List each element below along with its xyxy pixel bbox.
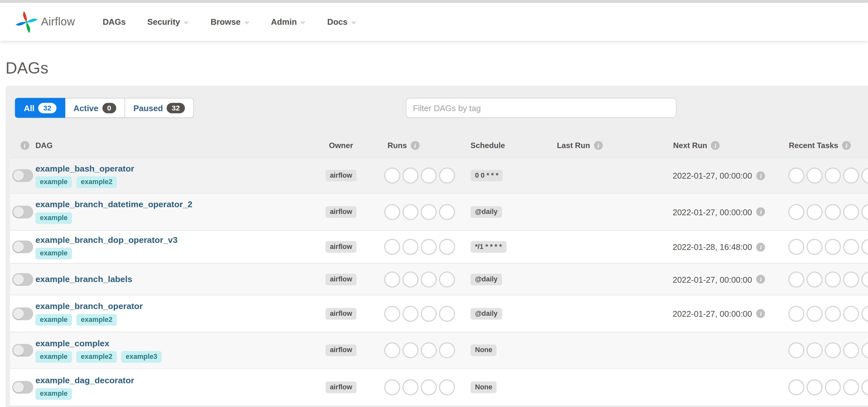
recent-task-status-circle[interactable]: [788, 305, 804, 321]
tag-badge[interactable]: example2: [76, 351, 117, 362]
tag-badge[interactable]: example: [35, 351, 72, 362]
dag-run-status-circle[interactable]: [439, 239, 455, 255]
dag-run-status-circle[interactable]: [439, 204, 455, 220]
recent-task-status-circle[interactable]: [861, 271, 868, 287]
recent-task-status-circle[interactable]: [843, 239, 859, 255]
dag-pause-toggle[interactable]: [12, 205, 33, 218]
column-header-label[interactable]: Recent Tasks: [789, 141, 838, 150]
recent-task-status-circle[interactable]: [843, 379, 859, 396]
schedule-badge[interactable]: @daily: [470, 273, 502, 285]
recent-task-status-circle[interactable]: [788, 239, 804, 255]
dag-run-status-circle[interactable]: [384, 204, 400, 220]
info-icon[interactable]: i: [756, 207, 766, 216]
recent-task-status-circle[interactable]: [825, 379, 841, 396]
recent-task-status-circle[interactable]: [843, 271, 859, 287]
owner-badge[interactable]: airflow: [326, 344, 356, 356]
dag-run-status-circle[interactable]: [439, 379, 455, 396]
recent-task-status-circle[interactable]: [825, 239, 841, 255]
dag-run-status-circle[interactable]: [421, 168, 437, 184]
info-icon[interactable]: i: [594, 141, 603, 150]
dag-run-status-circle[interactable]: [421, 239, 437, 255]
recent-task-status-circle[interactable]: [788, 342, 804, 358]
tag-badge[interactable]: example: [35, 176, 72, 188]
dag-run-status-circle[interactable]: [384, 168, 400, 184]
owner-badge[interactable]: airflow: [326, 382, 356, 393]
recent-task-status-circle[interactable]: [788, 168, 804, 184]
schedule-badge[interactable]: @daily: [470, 206, 502, 217]
dag-link[interactable]: example_branch_dop_operator_v3: [35, 235, 178, 245]
recent-task-status-circle[interactable]: [825, 168, 841, 184]
info-icon[interactable]: i: [756, 309, 766, 318]
recent-task-status-circle[interactable]: [861, 342, 868, 358]
tag-badge[interactable]: example2: [76, 314, 117, 326]
dag-run-status-circle[interactable]: [402, 204, 418, 220]
dag-link[interactable]: example_bash_operator: [35, 164, 134, 173]
recent-task-status-circle[interactable]: [788, 204, 804, 220]
info-icon[interactable]: i: [756, 242, 766, 251]
dag-run-status-circle[interactable]: [384, 271, 400, 287]
dag-run-status-circle[interactable]: [439, 342, 455, 358]
recent-task-status-circle[interactable]: [843, 168, 859, 184]
schedule-badge[interactable]: None: [470, 344, 497, 356]
info-icon[interactable]: i: [842, 141, 851, 150]
schedule-badge[interactable]: 0 0 * * *: [470, 170, 503, 181]
recent-task-status-circle[interactable]: [861, 168, 868, 184]
recent-task-status-circle[interactable]: [788, 271, 804, 287]
recent-task-status-circle[interactable]: [861, 305, 868, 321]
nav-item-browse[interactable]: Browse: [211, 17, 250, 26]
recent-task-status-circle[interactable]: [843, 342, 859, 358]
recent-task-status-circle[interactable]: [807, 239, 823, 255]
recent-task-status-circle[interactable]: [807, 342, 823, 358]
nav-item-docs[interactable]: Docs: [328, 17, 356, 26]
brand-home-link[interactable]: Airflow: [15, 9, 75, 35]
dag-run-status-circle[interactable]: [439, 271, 455, 287]
recent-task-status-circle[interactable]: [861, 204, 868, 220]
owner-badge[interactable]: airflow: [326, 206, 356, 217]
recent-task-status-circle[interactable]: [825, 342, 841, 358]
dag-link[interactable]: example_branch_labels: [35, 274, 132, 284]
tag-badge[interactable]: example3: [121, 351, 162, 362]
schedule-badge[interactable]: */1 * * * *: [470, 241, 506, 252]
dag-run-status-circle[interactable]: [439, 305, 455, 321]
recent-task-status-circle[interactable]: [825, 204, 841, 220]
tag-badge[interactable]: example: [35, 247, 72, 259]
recent-task-status-circle[interactable]: [807, 379, 823, 396]
dag-link[interactable]: example_complex: [35, 338, 110, 348]
info-icon[interactable]: i: [711, 141, 720, 150]
dag-run-status-circle[interactable]: [421, 305, 437, 321]
dag-run-status-circle[interactable]: [402, 239, 418, 255]
filter-tab-all[interactable]: All32: [15, 98, 65, 118]
nav-item-dags[interactable]: DAGs: [102, 17, 126, 26]
column-header-label[interactable]: Runs: [388, 141, 407, 150]
recent-task-status-circle[interactable]: [788, 379, 804, 396]
dag-run-status-circle[interactable]: [421, 204, 437, 220]
recent-task-status-circle[interactable]: [807, 168, 823, 184]
dag-pause-toggle[interactable]: [12, 307, 33, 320]
info-icon[interactable]: i: [756, 171, 766, 180]
dag-pause-toggle[interactable]: [12, 273, 33, 285]
dag-run-status-circle[interactable]: [384, 342, 400, 358]
tag-badge[interactable]: example: [35, 388, 72, 399]
dag-run-status-circle[interactable]: [402, 305, 418, 321]
dag-link[interactable]: example_dag_decorator: [35, 375, 134, 385]
nav-item-admin[interactable]: Admin: [271, 17, 306, 26]
recent-task-status-circle[interactable]: [825, 305, 841, 321]
dag-link[interactable]: example_branch_operator: [35, 301, 143, 311]
dag-run-status-circle[interactable]: [402, 379, 418, 396]
dag-pause-toggle[interactable]: [12, 241, 33, 253]
recent-task-status-circle[interactable]: [861, 239, 868, 255]
schedule-badge[interactable]: None: [470, 382, 497, 393]
info-icon[interactable]: i: [411, 141, 420, 150]
dag-run-status-circle[interactable]: [384, 239, 400, 255]
dag-pause-toggle[interactable]: [12, 169, 33, 182]
dag-run-status-circle[interactable]: [421, 379, 437, 396]
tag-filter-input[interactable]: [406, 98, 677, 118]
column-header-label[interactable]: Last Run: [557, 141, 590, 150]
recent-task-status-circle[interactable]: [825, 271, 841, 287]
owner-badge[interactable]: airflow: [326, 273, 356, 285]
column-header-label[interactable]: Owner: [329, 141, 353, 150]
tag-badge[interactable]: example: [35, 314, 72, 326]
recent-task-status-circle[interactable]: [807, 271, 823, 287]
dag-run-status-circle[interactable]: [421, 342, 437, 358]
recent-task-status-circle[interactable]: [807, 305, 823, 321]
